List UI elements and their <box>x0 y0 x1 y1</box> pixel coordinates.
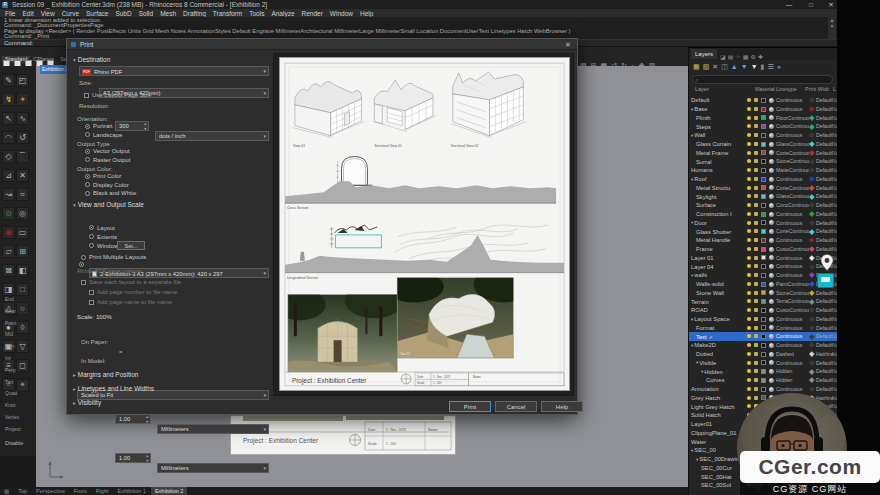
lock-icon[interactable] <box>754 387 758 391</box>
layers-toolbar-icon[interactable]: ◫ <box>721 62 728 72</box>
material-sphere-icon[interactable] <box>769 299 774 304</box>
layer-row[interactable]: ▾VisibleContinuousDefaultNo <box>689 359 837 368</box>
print-color-diamond-icon[interactable] <box>809 290 814 295</box>
layer-color-swatch[interactable] <box>761 360 766 365</box>
layer-linetype[interactable]: Continuous <box>776 105 809 114</box>
lock-icon[interactable] <box>754 221 758 225</box>
layer-row[interactable]: Walls-solidPaintContinuousDefaultNo <box>689 280 837 289</box>
material-sphere-icon[interactable] <box>769 369 774 374</box>
material-sphere-icon[interactable] <box>769 378 774 383</box>
tool-icon[interactable]: ◠ <box>2 131 15 144</box>
layer-color-swatch[interactable] <box>761 282 766 287</box>
layer-row[interactable]: Layer 01ContinuousDefaultNo <box>689 254 837 263</box>
lock-icon[interactable] <box>754 229 758 233</box>
layer-linetype[interactable]: FloorContinuous <box>776 114 809 123</box>
layer-print-width[interactable]: Default <box>816 289 832 298</box>
layer-print-width[interactable]: Default <box>816 157 832 166</box>
layer-print-width[interactable]: Default <box>816 105 832 114</box>
lock-icon[interactable] <box>754 378 758 382</box>
tool-icon[interactable]: ◎ <box>16 207 29 220</box>
column-linetype[interactable]: Linetype <box>776 86 797 92</box>
layer-row[interactable]: ▾WallContinuousDefaultNo <box>689 131 837 140</box>
layer-linetype[interactable]: GlassContinuous <box>776 192 809 201</box>
lock-icon[interactable] <box>754 116 758 120</box>
lock-icon[interactable] <box>754 186 758 190</box>
layer-linetype[interactable]: Continuous <box>776 210 809 219</box>
tool-icon[interactable]: ↝ <box>2 188 15 201</box>
output-color-option[interactable]: Print Color <box>85 172 136 181</box>
menu-item[interactable]: Window <box>330 10 353 17</box>
layers-toolbar-icon[interactable]: ☰ <box>767 62 773 72</box>
layer-color-swatch[interactable] <box>761 308 766 313</box>
target-radio-icon[interactable] <box>79 262 84 267</box>
layout-manager-icon[interactable]: ▦ <box>4 488 9 494</box>
material-sphere-icon[interactable] <box>769 352 774 357</box>
print-color-diamond-icon[interactable] <box>809 360 814 365</box>
material-sphere-icon[interactable] <box>769 203 774 208</box>
layers-toolbar-icon[interactable]: ▦ <box>693 62 700 72</box>
menu-item[interactable]: Mesh <box>160 10 176 17</box>
use-layout-page-size[interactable]: Use Layout Page Size <box>84 92 151 98</box>
layer-print-width[interactable]: Default <box>816 376 832 385</box>
print-color-diamond-icon[interactable] <box>809 124 814 129</box>
print-dialog-titlebar[interactable]: Print ✕ <box>67 39 577 50</box>
material-sphere-icon[interactable] <box>769 317 774 322</box>
osnap-item[interactable]: Point <box>0 318 36 330</box>
layer-linetype[interactable]: CorteContinuous <box>776 149 809 158</box>
visibility-bulb-icon[interactable] <box>747 387 751 391</box>
visibility-bulb-icon[interactable] <box>747 212 751 216</box>
menu-item[interactable]: Edit <box>22 10 33 17</box>
print-color-diamond-icon[interactable] <box>809 325 814 330</box>
visibility-bulb-icon[interactable] <box>747 159 751 163</box>
visibility-bulb-icon[interactable] <box>747 256 751 260</box>
layer-color-swatch[interactable] <box>761 212 766 217</box>
layer-color-swatch[interactable] <box>761 334 766 339</box>
layer-row[interactable]: Glass CurtainGlassContinuousDefaultNo <box>689 140 837 149</box>
viewport-tab[interactable]: Right <box>92 487 113 495</box>
layer-row[interactable]: Metal HandleContinuousDefaultNo <box>689 236 837 245</box>
material-sphere-icon[interactable] <box>769 194 774 199</box>
lock-icon[interactable] <box>754 194 758 198</box>
layer-row[interactable]: HumansMatteContinuousDefaultNo <box>689 166 837 175</box>
collapsed-section-header[interactable]: ▸Visibility <box>73 399 154 413</box>
layer-color-swatch[interactable] <box>761 168 766 173</box>
layer-color-swatch[interactable] <box>761 185 766 190</box>
lock-icon[interactable] <box>754 352 758 356</box>
layer-row[interactable]: ▾DoorContinuousDefaultNo <box>689 219 837 228</box>
visibility-bulb-icon[interactable] <box>747 334 751 338</box>
visibility-bulb-icon[interactable] <box>747 221 751 225</box>
output-type-option[interactable]: Raster Output <box>85 156 130 165</box>
layer-color-swatch[interactable] <box>761 124 766 129</box>
lock-icon[interactable] <box>754 361 758 365</box>
tool-icon[interactable]: ▭ <box>16 226 29 239</box>
menu-item[interactable]: File <box>5 10 15 17</box>
expand-arrow-icon[interactable]: ▾ <box>691 273 693 278</box>
print-color-diamond-icon[interactable] <box>809 264 814 269</box>
layer-print-width[interactable]: Default <box>816 297 832 306</box>
lock-icon[interactable] <box>754 334 758 338</box>
tool-icon[interactable]: ▱ <box>2 245 15 258</box>
osnap-item[interactable]: Perp <box>0 365 36 377</box>
visibility-bulb-icon[interactable] <box>747 107 751 111</box>
panel-tab-icon[interactable]: ◪ <box>720 54 726 60</box>
column-material[interactable]: Material <box>755 86 775 92</box>
menu-item[interactable]: Help <box>360 10 373 17</box>
visibility-bulb-icon[interactable] <box>747 247 751 251</box>
layer-color-swatch[interactable] <box>761 194 766 199</box>
layer-row[interactable]: ▾RoofContinuousDefaultNo <box>689 175 837 184</box>
layer-row[interactable]: Glass ShutterCorteContinuousDefaultNo <box>689 227 837 236</box>
layer-color-swatch[interactable] <box>761 352 766 357</box>
output-type-option[interactable]: Vector Output <box>85 147 130 156</box>
layer-linetype[interactable]: TerraContinuous <box>776 297 809 306</box>
layers-toolbar-icon[interactable]: ● <box>777 62 781 72</box>
layer-row[interactable]: Construction lContinuousDefaultNo <box>689 210 837 219</box>
layer-print-width[interactable]: Default <box>816 332 832 341</box>
view-scale-option[interactable]: Window <box>89 241 118 250</box>
expand-arrow-icon[interactable]: ▾ <box>691 133 693 138</box>
layer-print-width[interactable]: Default <box>816 140 832 149</box>
spinner-arrows-icon[interactable]: ▲▼ <box>146 415 149 424</box>
layer-row[interactable]: Metal FrameCorteContinuousDefaultNo <box>689 149 837 158</box>
lock-icon[interactable] <box>754 133 758 137</box>
column-last[interactable]: L <box>833 86 836 92</box>
lock-icon[interactable] <box>754 124 758 128</box>
